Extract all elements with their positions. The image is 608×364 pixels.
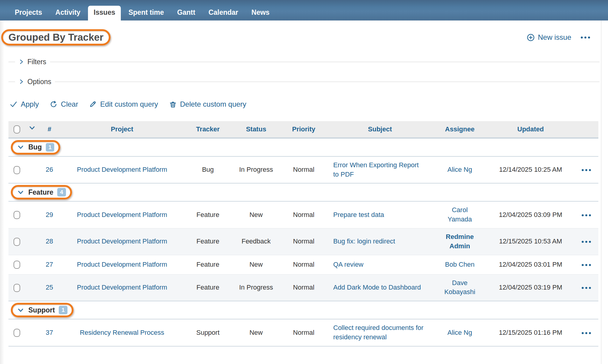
column-header-id[interactable]: # bbox=[39, 122, 60, 137]
column-header-updated[interactable]: Updated bbox=[487, 122, 574, 137]
issue-checkbox-cell bbox=[8, 279, 25, 296]
column-header-project[interactable]: Project bbox=[60, 122, 184, 137]
issue-subject-link[interactable]: Add Dark Mode to Dashboard bbox=[333, 284, 421, 291]
group-row-feature: Feature4 bbox=[8, 183, 598, 202]
issue-project-link[interactable]: Product Development Platform bbox=[77, 237, 167, 245]
row-menu-button[interactable] bbox=[576, 168, 597, 172]
row-menu-button[interactable] bbox=[576, 214, 597, 217]
issue-assignee-link[interactable]: Redmine Admin bbox=[446, 233, 474, 250]
issue-checkbox[interactable] bbox=[14, 166, 20, 174]
select-all-cell bbox=[8, 122, 25, 137]
issue-project-cell: Product Development Platform bbox=[60, 206, 184, 224]
select-all-checkbox[interactable] bbox=[14, 125, 20, 133]
group-annotation-ring: Feature4 bbox=[17, 188, 66, 196]
issue-assignee-cell: Carol Yamada bbox=[433, 202, 487, 228]
issue-priority: Normal bbox=[293, 211, 315, 218]
new-issue-button[interactable]: New issue bbox=[527, 33, 571, 42]
apply-button[interactable]: Apply bbox=[10, 100, 39, 108]
column-header-tracker[interactable]: Tracker bbox=[184, 122, 232, 137]
tab-news[interactable]: News bbox=[246, 6, 275, 20]
edit-custom-query-button[interactable]: Edit custom query bbox=[89, 100, 158, 108]
group-toggle-support[interactable]: Support1 bbox=[17, 306, 67, 314]
delete-custom-query-button[interactable]: Delete custom query bbox=[169, 100, 246, 108]
issue-checkbox[interactable] bbox=[14, 284, 20, 292]
issue-project-link[interactable]: Product Development Platform bbox=[77, 211, 167, 218]
issue-checkbox[interactable] bbox=[14, 211, 20, 219]
issue-id-link[interactable]: 25 bbox=[46, 284, 53, 291]
tab-spent-time[interactable]: Spent time bbox=[123, 6, 170, 20]
row-menu-button[interactable] bbox=[576, 286, 597, 290]
tab-gantt[interactable]: Gantt bbox=[171, 6, 201, 20]
clear-label: Clear bbox=[61, 100, 78, 108]
row-menu-button[interactable] bbox=[576, 331, 597, 335]
issue-spacer-cell bbox=[25, 211, 39, 219]
tab-issues[interactable]: Issues bbox=[88, 6, 121, 20]
issue-checkbox-cell bbox=[8, 206, 25, 224]
column-header-assignee[interactable]: Assignee bbox=[433, 122, 487, 137]
issue-subject-cell: Add Dark Mode to Dashboard bbox=[327, 279, 433, 296]
group-row-support: Support1 bbox=[8, 301, 598, 319]
issue-priority-cell: Normal bbox=[280, 324, 327, 341]
issue-subject-link[interactable]: QA review bbox=[333, 261, 363, 268]
options-toggle[interactable]: Options bbox=[15, 78, 55, 86]
issue-assignee-cell: Dave Kobayashi bbox=[433, 275, 487, 301]
page-title: Grouped By Tracker bbox=[8, 32, 103, 43]
clear-button[interactable]: Clear bbox=[50, 100, 78, 108]
issue-assignee-cell: Bob Chen bbox=[433, 256, 487, 273]
top-navigation: ProjectsActivityIssuesSpent timeGanttCal… bbox=[0, 0, 608, 20]
issue-subject-link[interactable]: Prepare test data bbox=[333, 211, 384, 218]
issue-subject-cell: Collect required documents for residency… bbox=[327, 319, 433, 346]
issue-subject-link[interactable]: Bug fix: login redirect bbox=[333, 237, 395, 245]
issue-checkbox[interactable] bbox=[14, 261, 20, 269]
issue-assignee-link[interactable]: Alice Ng bbox=[447, 329, 472, 336]
header-context-toggle[interactable] bbox=[25, 121, 39, 137]
issue-updated: 12/04/2025 03:19 PM bbox=[499, 284, 562, 291]
issue-assignee-link[interactable]: Bob Chen bbox=[445, 261, 475, 268]
tab-projects[interactable]: Projects bbox=[9, 6, 48, 20]
filters-line-right bbox=[50, 62, 600, 62]
more-actions-button[interactable] bbox=[580, 36, 591, 39]
issue-assignee-link[interactable]: Alice Ng bbox=[447, 166, 472, 173]
issue-id-link[interactable]: 26 bbox=[46, 166, 53, 173]
issue-row-29: 29Product Development PlatformFeatureNew… bbox=[8, 202, 598, 228]
tab-activity[interactable]: Activity bbox=[50, 6, 86, 20]
issue-id-link[interactable]: 37 bbox=[46, 329, 53, 336]
issue-project-link[interactable]: Product Development Platform bbox=[77, 284, 167, 291]
issue-id-cell: 26 bbox=[39, 161, 60, 178]
column-header-subject[interactable]: Subject bbox=[327, 122, 433, 137]
issue-assignee-link[interactable]: Dave Kobayashi bbox=[444, 279, 475, 296]
issue-id-cell: 25 bbox=[39, 279, 60, 296]
issue-updated: 12/15/2025 01:16 PM bbox=[499, 329, 562, 336]
issue-id-link[interactable]: 28 bbox=[46, 237, 53, 245]
group-count-badge: 1 bbox=[59, 306, 67, 314]
issue-status-cell: New bbox=[232, 324, 280, 341]
tab-calendar[interactable]: Calendar bbox=[203, 6, 244, 20]
row-menu-button[interactable] bbox=[576, 263, 597, 267]
group-toggle-bug[interactable]: Bug1 bbox=[17, 143, 54, 152]
issue-menu-cell bbox=[574, 206, 598, 224]
filters-toggle[interactable]: Filters bbox=[15, 58, 50, 66]
issue-priority: Normal bbox=[293, 261, 315, 268]
issue-id-link[interactable]: 27 bbox=[46, 261, 53, 268]
group-toggle-feature[interactable]: Feature4 bbox=[17, 188, 66, 196]
column-header-priority[interactable]: Priority bbox=[280, 122, 327, 137]
issue-assignee-link[interactable]: Carol Yamada bbox=[448, 206, 472, 223]
issue-project-link[interactable]: Residency Renewal Process bbox=[80, 329, 164, 336]
ellipsis-icon bbox=[581, 168, 591, 172]
issue-spacer-cell bbox=[25, 166, 39, 174]
issue-id-link[interactable]: 29 bbox=[46, 211, 53, 218]
row-menu-button[interactable] bbox=[576, 240, 597, 243]
issue-checkbox-cell bbox=[8, 256, 25, 273]
issue-checkbox[interactable] bbox=[14, 238, 20, 246]
issue-tracker-cell: Feature bbox=[184, 206, 232, 224]
issue-project-link[interactable]: Product Development Platform bbox=[77, 261, 167, 268]
issue-checkbox[interactable] bbox=[14, 329, 20, 337]
issue-id-cell: 37 bbox=[39, 324, 60, 341]
column-header-status[interactable]: Status bbox=[232, 122, 280, 137]
issue-subject-link[interactable]: Collect required documents for residency… bbox=[333, 324, 424, 341]
filters-label: Filters bbox=[27, 58, 46, 66]
issue-project-link[interactable]: Product Development Platform bbox=[77, 166, 167, 173]
issue-tracker-cell: Support bbox=[184, 324, 232, 341]
issue-subject-link[interactable]: Error When Exporting Report to PDF bbox=[333, 161, 419, 178]
issue-subject-cell: QA review bbox=[327, 256, 433, 273]
